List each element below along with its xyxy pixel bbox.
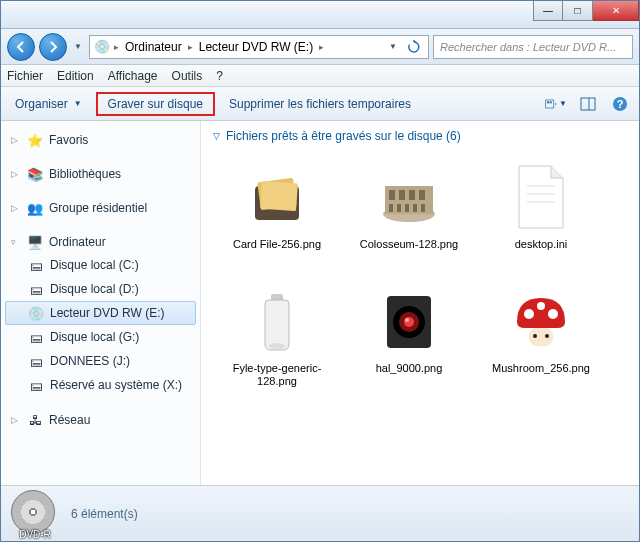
sidebar-drive-d[interactable]: 🖴Disque local (D:) (5, 277, 196, 301)
organize-button[interactable]: Organiser▼ (9, 93, 88, 115)
breadcrumb-drive[interactable]: Lecteur DVD RW (E:) (197, 40, 315, 54)
svg-rect-1 (547, 101, 549, 103)
svg-rect-9 (260, 181, 298, 211)
view-options-button[interactable]: ▼ (545, 93, 567, 115)
svg-rect-18 (405, 204, 409, 212)
disc-icon: DVD-R (11, 490, 59, 538)
svg-rect-34 (529, 328, 553, 346)
dvd-drive-icon: 💿 (28, 305, 44, 321)
navigation-bar: ▼ 💿 ▸ Ordinateur ▸ Lecteur DVD RW (E:) ▸… (1, 29, 639, 65)
svg-rect-16 (389, 204, 393, 212)
help-button[interactable]: ? (609, 93, 631, 115)
sidebar-homegroup[interactable]: ▷👥 Groupe résidentiel (5, 197, 196, 219)
preview-pane-button[interactable] (577, 93, 599, 115)
drive-icon: 🖴 (28, 329, 44, 345)
delete-temp-files-button[interactable]: Supprimer les fichiers temporaires (223, 93, 417, 115)
computer-icon: 🖥️ (27, 234, 43, 250)
svg-point-29 (404, 317, 414, 327)
drive-icon: 🖴 (28, 257, 44, 273)
menu-help[interactable]: ? (216, 69, 223, 83)
dvd-icon: 💿 (94, 39, 110, 55)
svg-text:?: ? (617, 98, 624, 110)
svg-rect-13 (399, 190, 405, 200)
sidebar-libraries[interactable]: ▷📚 Bibliothèques (5, 163, 196, 185)
homegroup-icon: 👥 (27, 200, 43, 216)
svg-rect-20 (421, 204, 425, 212)
network-icon: 🖧 (27, 412, 43, 428)
mushroom-icon (505, 286, 577, 358)
drive-icon: 🖴 (28, 281, 44, 297)
navigation-pane: ▷⭐ Favoris ▷📚 Bibliothèques ▷👥 Groupe ré… (1, 121, 201, 485)
svg-point-33 (537, 302, 545, 310)
svg-rect-0 (546, 99, 554, 107)
svg-point-31 (524, 309, 534, 319)
svg-point-30 (405, 318, 409, 322)
cardfile-icon (241, 162, 313, 234)
libraries-icon: 📚 (27, 166, 43, 182)
svg-point-25 (269, 343, 285, 349)
svg-rect-2 (550, 101, 552, 103)
svg-point-35 (533, 334, 537, 338)
menu-file[interactable]: Fichier (7, 69, 43, 83)
svg-point-36 (545, 334, 549, 338)
menu-bar: Fichier Edition Affichage Outils ? (1, 65, 639, 87)
titlebar: — □ ✕ (1, 1, 639, 29)
refresh-button[interactable] (404, 37, 424, 57)
address-bar[interactable]: 💿 ▸ Ordinateur ▸ Lecteur DVD RW (E:) ▸ ▼ (89, 35, 429, 59)
toolbar: Organiser▼ Graver sur disque Supprimer l… (1, 87, 639, 121)
details-pane: DVD-R 6 élément(s) (1, 485, 639, 541)
back-button[interactable] (7, 33, 35, 61)
jar-icon (241, 286, 313, 358)
svg-rect-3 (581, 98, 595, 110)
svg-rect-12 (389, 190, 395, 200)
sidebar-drive-g[interactable]: 🖴Disque local (G:) (5, 325, 196, 349)
search-input[interactable]: Rechercher dans : Lecteur DVD R... (433, 35, 633, 59)
svg-rect-15 (419, 190, 425, 200)
ini-file-icon (505, 162, 577, 234)
close-button[interactable]: ✕ (593, 1, 639, 21)
file-item[interactable]: Colosseum-128.png (345, 155, 473, 275)
file-list-pane: ▽ Fichiers prêts à être gravés sur le di… (201, 121, 639, 485)
sidebar-drive-x[interactable]: 🖴Réservé au système (X:) (5, 373, 196, 397)
address-dropdown[interactable]: ▼ (386, 37, 400, 57)
menu-tools[interactable]: Outils (172, 69, 203, 83)
menu-view[interactable]: Affichage (108, 69, 158, 83)
sidebar-network[interactable]: ▷🖧 Réseau (5, 409, 196, 431)
star-icon: ⭐ (27, 132, 43, 148)
svg-point-32 (548, 309, 558, 319)
file-item[interactable]: Fyle-type-generic-128.png (213, 279, 341, 399)
sidebar-computer[interactable]: ▿🖥️ Ordinateur (5, 231, 196, 253)
search-placeholder: Rechercher dans : Lecteur DVD R... (440, 41, 616, 53)
breadcrumb-computer[interactable]: Ordinateur (123, 40, 184, 54)
menu-edit[interactable]: Edition (57, 69, 94, 83)
file-item[interactable]: Mushroom_256.png (477, 279, 605, 399)
group-header[interactable]: ▽ Fichiers prêts à être gravés sur le di… (213, 129, 627, 143)
sidebar-favorites[interactable]: ▷⭐ Favoris (5, 129, 196, 151)
colosseum-icon (373, 162, 445, 234)
minimize-button[interactable]: — (533, 1, 563, 21)
explorer-window: — □ ✕ ▼ 💿 ▸ Ordinateur ▸ Lecteur DVD RW … (0, 0, 640, 542)
svg-rect-17 (397, 204, 401, 212)
file-item[interactable]: desktop.ini (477, 155, 605, 275)
burn-to-disc-button[interactable]: Graver sur disque (96, 92, 215, 116)
svg-rect-19 (413, 204, 417, 212)
file-item[interactable]: Card File-256.png (213, 155, 341, 275)
sidebar-drive-c[interactable]: 🖴Disque local (C:) (5, 253, 196, 277)
history-dropdown[interactable]: ▼ (71, 37, 85, 57)
maximize-button[interactable]: □ (563, 1, 593, 21)
file-item[interactable]: hal_9000.png (345, 279, 473, 399)
sidebar-drive-e[interactable]: 💿Lecteur DVD RW (E:) (5, 301, 196, 325)
hal9000-icon (373, 286, 445, 358)
item-count: 6 élément(s) (71, 507, 138, 521)
drive-icon: 🖴 (28, 377, 44, 393)
forward-button[interactable] (39, 33, 67, 61)
sidebar-drive-j[interactable]: 🖴DONNEES (J:) (5, 349, 196, 373)
svg-rect-14 (409, 190, 415, 200)
drive-icon: 🖴 (28, 353, 44, 369)
